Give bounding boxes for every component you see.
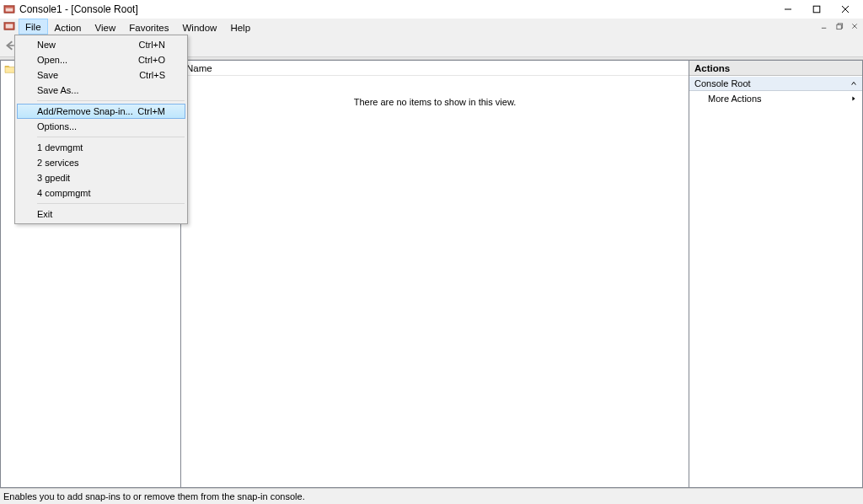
close-button[interactable] [831, 0, 860, 19]
menu-separator [37, 100, 185, 101]
menu-separator [37, 137, 185, 137]
menu-options-label: Options... [37, 121, 165, 131]
menu-save-label: Save [37, 70, 139, 80]
menu-new[interactable]: New Ctrl+N [17, 37, 185, 52]
mdi-close-button[interactable] [848, 20, 861, 33]
chevron-up-icon [850, 78, 857, 88]
svg-rect-4 [813, 6, 820, 13]
menu-help[interactable]: Help [223, 19, 257, 35]
empty-list-text: There are no items to show in this view. [354, 97, 517, 107]
list-pane: Name There are no items to show in this … [181, 60, 689, 488]
svg-rect-8 [6, 24, 13, 28]
titlebar: Console1 - [Console Root] [0, 0, 863, 19]
menu-options[interactable]: Options... [17, 119, 185, 134]
menu-recent-2[interactable]: 2 services [17, 155, 185, 170]
menubar: File Action View Favorites Window Help N… [0, 19, 863, 35]
mdi-controls [817, 19, 863, 35]
menu-open-shortcut: Ctrl+O [138, 55, 165, 65]
menu-save-shortcut: Ctrl+S [139, 70, 165, 80]
menu-recent-4[interactable]: 4 compmgmt [17, 185, 185, 201]
menu-exit-label: Exit [37, 209, 165, 219]
column-name[interactable]: Name [186, 63, 212, 73]
svg-rect-2 [6, 7, 13, 8]
actions-header: Actions [689, 61, 862, 76]
menu-action[interactable]: Action [48, 19, 88, 35]
menu-open[interactable]: Open... Ctrl+O [17, 52, 185, 67]
mdi-document-icon [3, 20, 15, 32]
mdi-minimize-button[interactable] [817, 20, 831, 33]
menu-view[interactable]: View [88, 19, 123, 35]
menu-new-shortcut: Ctrl+N [139, 40, 165, 50]
statusbar: Enables you to add snap-ins to or remove… [0, 488, 863, 504]
menu-exit[interactable]: Exit [17, 206, 185, 222]
menu-recent-1[interactable]: 1 devmgmt [17, 140, 185, 155]
chevron-right-icon [850, 94, 857, 104]
menu-add-remove-label: Add/Remove Snap-in... [37, 106, 137, 116]
list-body: There are no items to show in this view. [181, 76, 689, 487]
menu-new-label: New [37, 40, 139, 50]
menu-recent-3[interactable]: 3 gpedit [17, 170, 185, 185]
menu-recent-4-label: 4 compmgmt [37, 188, 165, 198]
menu-add-remove-snapin[interactable]: Add/Remove Snap-in... Ctrl+M [17, 104, 185, 119]
menu-save-as-label: Save As... [37, 85, 165, 95]
actions-group-label: Console Root [694, 78, 751, 88]
menu-add-remove-shortcut: Ctrl+M [137, 106, 165, 116]
actions-more-label: More Actions [708, 94, 762, 104]
actions-more-actions[interactable]: More Actions [689, 91, 862, 106]
menu-separator [37, 203, 185, 204]
actions-pane: Actions Console Root More Actions [689, 60, 863, 488]
menu-favorites[interactable]: Favorites [122, 19, 175, 35]
menu-save-as[interactable]: Save As... [17, 83, 185, 98]
menu-recent-1-label: 1 devmgmt [37, 142, 165, 153]
window-title: Console1 - [Console Root] [19, 3, 774, 15]
window-controls [774, 0, 860, 19]
list-header[interactable]: Name [181, 61, 689, 76]
actions-group[interactable]: Console Root [689, 76, 862, 91]
menu-save[interactable]: Save Ctrl+S [17, 67, 185, 83]
svg-rect-11 [836, 24, 840, 29]
menu-file[interactable]: File [19, 19, 48, 35]
mdi-restore-button[interactable] [833, 20, 846, 33]
minimize-button[interactable] [774, 0, 802, 19]
menu-open-label: Open... [37, 55, 138, 65]
menu-window[interactable]: Window [176, 19, 224, 35]
menu-recent-3-label: 3 gpedit [37, 173, 165, 183]
maximize-button[interactable] [802, 0, 831, 19]
file-dropdown: New Ctrl+N Open... Ctrl+O Save Ctrl+S Sa… [14, 35, 188, 224]
status-text: Enables you to add snap-ins to or remove… [3, 491, 305, 501]
menu-recent-2-label: 2 services [37, 158, 165, 168]
mmc-app-icon [3, 3, 15, 15]
